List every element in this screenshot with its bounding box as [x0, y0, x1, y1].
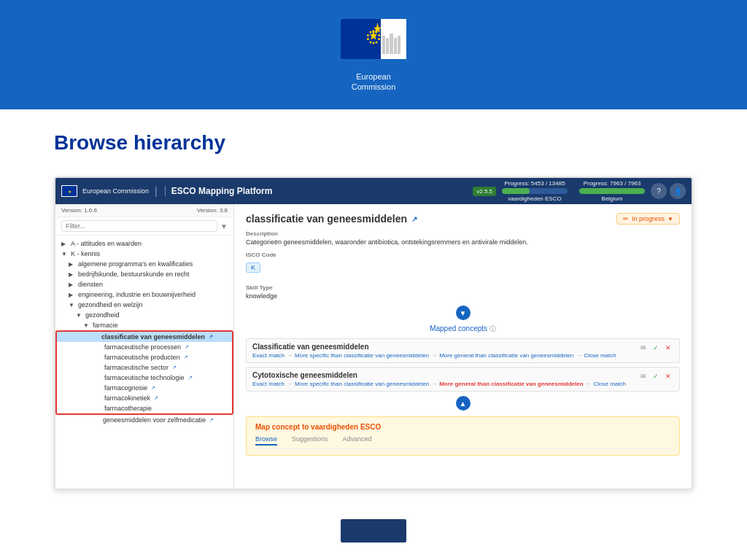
- close-match-link-1[interactable]: Close match: [584, 352, 616, 359]
- svg-point-6: [378, 38, 380, 40]
- more-specific-link-1[interactable]: More specific than classificatie van gen…: [295, 352, 429, 359]
- tree-arrow: ▼: [83, 322, 90, 329]
- link-icon: ↗: [185, 344, 189, 350]
- tree-item-gezondheid-welzijn[interactable]: ▼ gezondheid en welzijn: [55, 300, 233, 310]
- description-value: Categorieën geneesmiddelen, waaronder an…: [246, 238, 680, 246]
- tree-item-label: farmaceutische sector: [104, 364, 169, 371]
- tree-item-label: engineering, industrie en bouwnijverheid: [78, 291, 196, 298]
- filter-input[interactable]: [61, 220, 217, 232]
- bottom-bar: [0, 505, 747, 557]
- external-link-icon[interactable]: ↗: [411, 215, 417, 223]
- tree-item-zelfmedicatie[interactable]: geneesmiddelen voor zelfmedicatie ↗: [55, 415, 233, 425]
- mapped-concepts-label: Mapped concepts ⓘ: [246, 324, 680, 334]
- edit-icon: ✏: [623, 215, 629, 222]
- collapse-btn[interactable]: ▼: [456, 306, 471, 320]
- progress-2-sublabel: Belgium: [602, 195, 623, 202]
- svg-point-7: [376, 41, 378, 43]
- tree-item-engineering[interactable]: ▶ engineering, industrie en bouwnijverhe…: [55, 289, 233, 300]
- tree-item-label: farmaceutische technologie: [104, 374, 185, 381]
- tree-item-technologie[interactable]: farmaceutische technologie ↗: [57, 373, 232, 383]
- tree-item-kennis[interactable]: ▼ K - kennis: [55, 249, 233, 259]
- close-icon-1[interactable]: ✕: [663, 343, 673, 353]
- concept-title: classificatie van geneesmiddelen ↗: [246, 213, 417, 225]
- tree-item-label: diensten: [78, 281, 103, 288]
- logo-text: European Commission: [352, 71, 396, 93]
- envelope-icon-2[interactable]: ✉: [638, 371, 649, 381]
- app-screenshot: ★ European Commission | ESCO Mapping Pla…: [54, 176, 693, 490]
- eu-logo: [337, 18, 410, 69]
- tree-item-farmacie[interactable]: ▼ farmacie: [55, 320, 233, 330]
- check-icon-1[interactable]: ✓: [651, 343, 661, 353]
- tab-advanced[interactable]: Advanced: [343, 435, 372, 446]
- tree-item-processen[interactable]: farmaceutische processen ↗: [57, 342, 232, 352]
- tree-arrow: ▶: [69, 292, 76, 298]
- exact-match-link-2[interactable]: Exact match: [252, 381, 285, 387]
- mapped-item-2-title: Cytotoxische geneesmiddelen: [252, 371, 626, 379]
- tree-arrow: ▶: [69, 271, 76, 278]
- tree-item-diensten[interactable]: ▶ diensten: [55, 279, 233, 289]
- more-general-link-1[interactable]: More general than classificatie van gene…: [439, 352, 573, 359]
- close-match-link-2[interactable]: Close match: [594, 381, 626, 387]
- exact-match-link-1[interactable]: Exact match: [252, 352, 285, 359]
- skill-type-label: Skill Type: [246, 284, 680, 291]
- link-icon: ↗: [188, 375, 193, 381]
- check-icon-2[interactable]: ✓: [651, 371, 661, 381]
- app-eu-flag: ★: [61, 185, 77, 197]
- tab-browse[interactable]: Browse: [255, 435, 277, 446]
- app-title: ESCO Mapping Platform: [165, 186, 273, 196]
- progress-item-2: Progress: 7963 / 7963 Belgium: [579, 180, 645, 202]
- app-logo: ★ European Commission: [61, 185, 149, 197]
- isco-code-label: ISCO Code: [246, 252, 680, 258]
- isco-badge: K: [246, 262, 260, 273]
- tree-highlight-box: classificatie van geneesmiddelen ↗ farma…: [55, 330, 233, 415]
- tree-item-label: bedrijfskunde, bestuurskunde en recht: [78, 271, 190, 278]
- tree-item-attitudes[interactable]: ▶ A - attitudes en waarden: [55, 238, 233, 249]
- envelope-icon-1[interactable]: ✉: [638, 343, 649, 353]
- tree-item-label: classificatie van geneesmiddelen: [101, 333, 205, 341]
- tree-item-producten[interactable]: farmaceutische producten ↗: [57, 352, 232, 362]
- more-specific-link-2[interactable]: More specific than classificatie van gen…: [295, 381, 429, 387]
- tree-item-farmacognosie[interactable]: farmacognosie ↗: [57, 383, 232, 393]
- tree-item-classificatie[interactable]: classificatie van geneesmiddelen ↗: [57, 332, 232, 342]
- tree-item-gezondheid[interactable]: ▼ gezondheid: [55, 310, 233, 320]
- tree-item-label: K - kennis: [71, 250, 100, 257]
- tree-item-label: farmacotherapie: [104, 405, 152, 412]
- tree-item-label: A - attitudes en waarden: [71, 240, 142, 247]
- help-icon-btn[interactable]: ?: [651, 183, 667, 199]
- svg-rect-18: [390, 34, 393, 54]
- tab-suggestions[interactable]: Suggestions: [292, 435, 328, 446]
- tree-item-programmas[interactable]: ▶ algemene programma's en kwalificaties: [55, 259, 233, 269]
- progress-group: Progress: 5453 / 13485 vaardigheden ESCO…: [502, 180, 645, 202]
- more-general-link-2[interactable]: More general than classificatie van gene…: [439, 381, 583, 387]
- status-badge[interactable]: ✏ In progress ▼: [616, 213, 680, 225]
- collapse-up-btn[interactable]: ▲: [456, 396, 471, 411]
- svg-point-5: [378, 34, 380, 36]
- tree-container[interactable]: ▶ A - attitudes en waarden ▼ K - kennis …: [55, 236, 233, 489]
- tree-item-sector[interactable]: farmaceutische sector ↗: [57, 362, 232, 373]
- svg-point-11: [367, 34, 369, 36]
- topbar-icons: ? 👤: [651, 183, 686, 199]
- info-icon: ⓘ: [489, 325, 496, 332]
- user-icon-btn[interactable]: 👤: [670, 183, 686, 199]
- close-icon-2[interactable]: ✕: [663, 371, 673, 381]
- description-label: Description: [246, 230, 680, 237]
- svg-rect-15: [404, 19, 406, 59]
- tree-item-farmacokinetiek[interactable]: farmacokinetiek ↗: [57, 393, 232, 403]
- filter-bar: ▼: [55, 217, 233, 236]
- svg-point-8: [373, 42, 375, 44]
- tree-item-farmacotherapie[interactable]: farmacotherapie: [57, 403, 232, 413]
- tree-item-label: farmaceutische processen: [104, 343, 181, 351]
- map-tabs: Browse Suggestions Advanced: [255, 435, 670, 449]
- map-concept-title: Map concept to vaardigheden ESCO: [255, 423, 670, 431]
- tree-item-bedrijfskunde[interactable]: ▶ bedrijfskunde, bestuurskunde en recht: [55, 269, 233, 279]
- page-title: Browse hierarchy: [54, 131, 693, 155]
- panel-version-right: Version: 3.8: [197, 207, 228, 214]
- panel-header: Version: 1.0.6 Version: 3.8: [55, 204, 233, 217]
- tree-item-label: farmacokinetiek: [104, 394, 150, 402]
- tree-arrow: ▶: [69, 261, 76, 268]
- bottom-button[interactable]: [341, 519, 406, 542]
- divider-row-up: ▲: [246, 396, 680, 411]
- svg-point-4: [376, 31, 378, 33]
- page-title-section: Browse hierarchy: [0, 109, 747, 169]
- tree-item-label: farmacognosie: [104, 384, 147, 392]
